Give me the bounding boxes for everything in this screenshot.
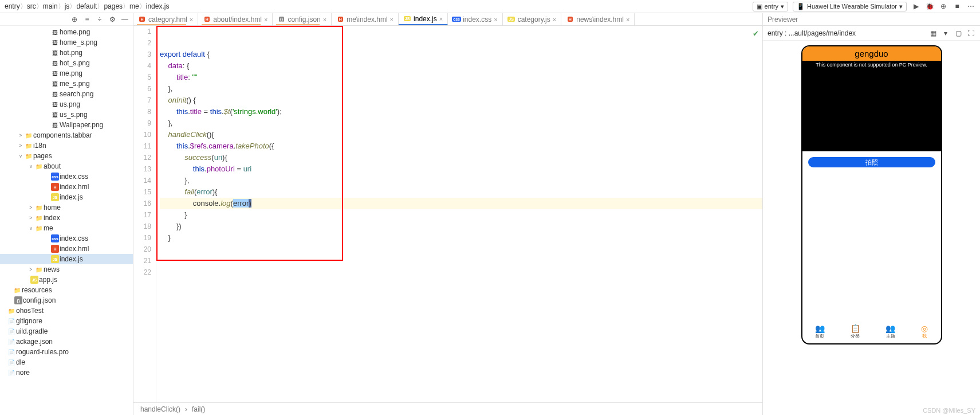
close-tab-icon[interactable]: × — [190, 16, 193, 23]
breadcrumb-fn-1[interactable]: handleClick() — [140, 405, 180, 413]
code-line[interactable] — [160, 244, 762, 255]
code-line[interactable]: }, — [160, 175, 762, 186]
stop-icon[interactable]: ■ — [953, 2, 962, 11]
tree-item[interactable]: 📄roguard-rules.pro — [0, 347, 133, 357]
close-tab-icon[interactable]: × — [553, 16, 556, 23]
tree-item[interactable]: 📄uild.gradle — [0, 326, 133, 336]
editor-tab[interactable]: JScategory.js× — [503, 13, 562, 25]
code-line[interactable]: this.photoUri = uri — [160, 163, 762, 175]
tree-item[interactable]: JSindex.js — [0, 192, 133, 202]
code-content[interactable]: export default { data: { title: "" }, on… — [156, 26, 762, 402]
breadcrumb-segment[interactable]: me — [129, 2, 139, 10]
run-icon[interactable]: ▶ — [911, 2, 920, 11]
profiler-icon[interactable]: ⊕ — [939, 2, 948, 11]
device-tab[interactable]: ◎我 — [921, 324, 928, 339]
tree-item[interactable]: >📁i18n — [0, 140, 133, 151]
tree-item[interactable]: 🖼home.png — [0, 27, 133, 37]
editor-tab[interactable]: Hcategory.hml× — [133, 13, 198, 25]
tree-item[interactable]: 📄nore — [0, 367, 133, 378]
tree-item[interactable]: Hindex.hml — [0, 182, 133, 192]
code-line[interactable] — [160, 289, 762, 301]
code-breadcrumb[interactable]: handleClick() › fail() — [133, 402, 762, 415]
code-line[interactable]: } — [160, 209, 762, 221]
device-tab[interactable]: 👥主题 — [885, 324, 895, 339]
close-tab-icon[interactable]: × — [323, 16, 326, 23]
device-tab[interactable]: 📋分类 — [851, 324, 860, 339]
more-icon[interactable]: ⋯ — [966, 2, 975, 11]
tree-item[interactable]: 🖼home_s.png — [0, 37, 133, 48]
editor-tab[interactable]: JSindex.js× — [399, 13, 448, 25]
breadcrumb-segment[interactable]: main — [43, 2, 58, 10]
editor-body[interactable]: 12345678910111213141516171819202122 expo… — [133, 26, 762, 402]
code-line[interactable]: } — [160, 232, 762, 244]
code-line[interactable] — [160, 278, 762, 289]
take-photo-button[interactable]: 拍照 — [808, 157, 935, 167]
tree-item[interactable]: 🖼me_s.png — [0, 79, 133, 89]
inspection-ok-icon[interactable]: ✔ — [753, 28, 759, 40]
tree-item[interactable]: Hindex.hml — [0, 244, 133, 254]
editor-tab[interactable]: Hme\index.hml× — [332, 13, 399, 25]
breadcrumb-segment[interactable]: src — [27, 2, 36, 10]
close-tab-icon[interactable]: × — [390, 16, 393, 23]
tree-item[interactable]: cssindex.css — [0, 233, 133, 244]
grid-view-icon[interactable]: ▦ — [928, 29, 938, 38]
tree-item[interactable]: 🖼search.png — [0, 89, 133, 99]
device-tab[interactable]: 👥首页 — [815, 324, 825, 339]
breadcrumb-fn-2[interactable]: fail() — [192, 405, 205, 413]
settings-icon[interactable]: ⚙ — [108, 15, 117, 24]
tree-item[interactable]: JSindex.js — [0, 254, 133, 264]
tree-item[interactable]: 📄dle — [0, 357, 133, 367]
tree-item[interactable]: 🖼hot_s.png — [0, 58, 133, 68]
tree-item[interactable]: >📁home — [0, 202, 133, 213]
close-tab-icon[interactable]: × — [626, 16, 629, 23]
tree-item[interactable]: 📁ohosTest — [0, 306, 133, 316]
hide-icon[interactable]: — — [120, 15, 129, 24]
code-line[interactable] — [160, 267, 762, 278]
code-line[interactable]: }, — [160, 118, 762, 129]
breadcrumb-segment[interactable]: pages — [104, 2, 123, 10]
breadcrumb-segment[interactable]: index.js — [146, 2, 170, 10]
code-line[interactable]: this.title = this.$t('strings.world'); — [160, 106, 762, 118]
code-line[interactable]: onInit() { — [160, 95, 762, 106]
code-line[interactable]: export default { — [160, 49, 762, 60]
tree-item[interactable]: v📁pages — [0, 151, 133, 161]
tree-item[interactable]: 🖼me.png — [0, 68, 133, 79]
close-tab-icon[interactable]: × — [264, 16, 267, 23]
tree-item[interactable]: {}config.json — [0, 295, 133, 306]
tree-item[interactable]: 📄ackage.json — [0, 336, 133, 347]
debug-icon[interactable]: 🐞 — [925, 2, 934, 11]
editor-tab[interactable]: Habout/index.hml× — [198, 13, 273, 25]
close-tab-icon[interactable]: × — [494, 16, 497, 23]
close-tab-icon[interactable]: × — [439, 15, 443, 22]
tree-item[interactable]: 🖼us.png — [0, 99, 133, 109]
breadcrumb-segment[interactable]: default — [76, 2, 97, 10]
code-line[interactable]: data: { — [160, 60, 762, 72]
file-tree[interactable]: 🖼home.png🖼home_s.png🖼hot.png🖼hot_s.png🖼m… — [0, 26, 133, 415]
expand-icon[interactable]: ≡ — [82, 15, 92, 24]
tree-item[interactable]: >📁components.tabbar — [0, 130, 133, 140]
tree-item[interactable]: 📄gitignore — [0, 316, 133, 326]
tree-item[interactable]: JSapp.js — [0, 275, 133, 285]
code-line[interactable]: }, — [160, 83, 762, 95]
entry-module-dropdown[interactable]: ▣ entry ▾ — [753, 2, 788, 11]
expand-icon[interactable]: ⛶ — [966, 29, 975, 38]
tree-item[interactable]: cssindex.css — [0, 171, 133, 182]
code-line[interactable]: console.log(error) — [160, 198, 762, 209]
emulator-dropdown[interactable]: 📱 Huawei Lite Wearable Simulator ▾ — [793, 2, 907, 11]
tree-item[interactable]: v📁me — [0, 223, 133, 233]
code-line[interactable]: }) — [160, 221, 762, 232]
code-line[interactable]: title: "" — [160, 72, 762, 83]
select-opened-icon[interactable]: ⊕ — [70, 15, 79, 24]
code-line[interactable] — [160, 255, 762, 267]
code-line[interactable]: this.$refs.camera.takePhoto({ — [160, 140, 762, 152]
collapse-icon[interactable]: ÷ — [95, 15, 104, 24]
code-line[interactable]: success(uri){ — [160, 152, 762, 163]
tree-item[interactable]: 🖼us_s.png — [0, 109, 133, 120]
code-line[interactable]: fail(error){ — [160, 186, 762, 198]
editor-tab[interactable]: cssindex.css× — [448, 13, 502, 25]
restore-icon[interactable]: ▢ — [954, 29, 963, 38]
breadcrumb-segment[interactable]: entry — [5, 2, 20, 10]
tree-item[interactable]: 📁resources — [0, 285, 133, 295]
tree-item[interactable]: >📁news — [0, 264, 133, 275]
tree-item[interactable]: 🖼hot.png — [0, 48, 133, 58]
